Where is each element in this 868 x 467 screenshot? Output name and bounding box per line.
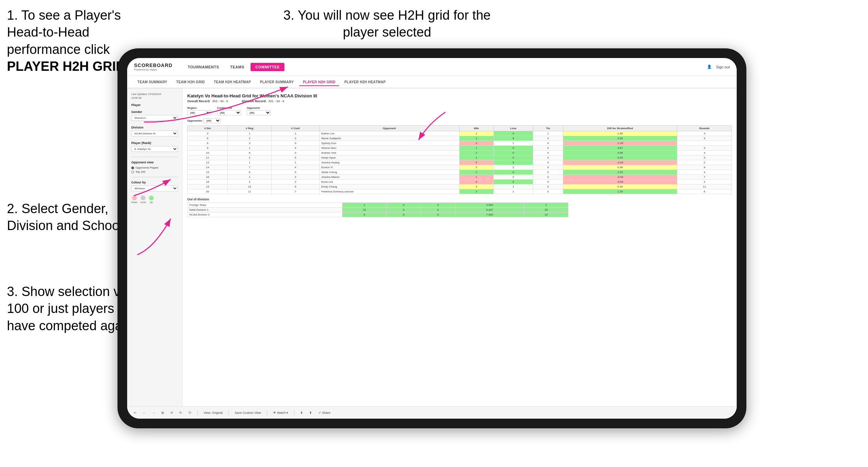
- cell-rounds: 9: [677, 165, 732, 170]
- radio-top100[interactable]: Top 100: [131, 170, 178, 173]
- cell-reg: 1: [228, 146, 272, 151]
- region-label: Region: [187, 106, 211, 109]
- instruction-step3-right: 3. You will now see H2H grid for the pla…: [283, 7, 491, 41]
- timestamp: Last Updated: 27/03/202416:55:38: [131, 93, 178, 100]
- watch-btn[interactable]: 👁 Watch ▾: [271, 410, 290, 415]
- legend: Down Level Up: [131, 196, 178, 203]
- cell-reg: 2: [228, 155, 272, 160]
- cell-diff: 4.00: [563, 151, 677, 155]
- radio-opponents-played[interactable]: Opponents Played: [131, 166, 178, 169]
- opponents-filter-select[interactable]: (All): [204, 118, 221, 123]
- sep2: [228, 410, 229, 416]
- legend-down: Down: [131, 196, 138, 203]
- cell-win: 1: [459, 131, 493, 136]
- legend-level: Level: [140, 196, 146, 203]
- cell-tie: 0: [533, 170, 563, 175]
- radio-label-top100: Top 100: [135, 170, 145, 173]
- cell-diff: -5.00: [563, 180, 677, 184]
- ood-cell-rounds: 30: [524, 208, 568, 212]
- ood-cell-diff: 7.400: [455, 212, 524, 217]
- cell-diff: 0.38: [563, 165, 677, 170]
- cell-opponent: Emily Chang: [319, 184, 459, 189]
- out-of-division-table: Foreign Team 1 0 0 4.500 2 NAIA Division…: [187, 202, 568, 217]
- col-reg: # Reg: [228, 126, 272, 131]
- sub-tab-player-h2h-heatmap[interactable]: PLAYER H2H HEATMAP: [341, 79, 389, 85]
- legend-label-level: Level: [140, 201, 146, 203]
- ood-cell-loss: 0: [386, 208, 421, 212]
- cell-tie: 0: [533, 160, 563, 165]
- cell-div: 19: [188, 184, 228, 189]
- cell-tie: 1: [533, 131, 563, 136]
- cell-div: 5: [188, 136, 228, 141]
- cell-win: 2: [459, 151, 493, 155]
- player-rank-label: Player (Rank): [131, 141, 178, 145]
- ood-cell-diff: 9.267: [455, 208, 524, 212]
- table-row: 13 1 1 Jessica Huang 0 0 0 -3.00 2: [188, 160, 732, 165]
- cell-reg: 6: [228, 151, 272, 155]
- cell-reg: 10: [228, 184, 272, 189]
- cell-win: 1: [459, 155, 493, 160]
- cell-win: 1: [459, 136, 493, 141]
- share-btn[interactable]: ↗ Share: [317, 410, 332, 415]
- cell-win: 1: [459, 175, 493, 180]
- save-custom-view-btn[interactable]: Save Custom View: [233, 410, 263, 415]
- upload-btn[interactable]: ⬆: [308, 410, 314, 415]
- gender-select[interactable]: Women's: [131, 115, 178, 121]
- cell-rounds: 11: [677, 184, 732, 189]
- tab-tournaments[interactable]: TOURNAMENTS: [183, 63, 224, 71]
- cell-conf: 3: [272, 151, 320, 155]
- cell-conf: 4: [272, 146, 320, 151]
- view-original-btn[interactable]: View: Original: [202, 410, 224, 415]
- cell-diff: 3.33: [563, 155, 677, 160]
- cell-win: 4: [459, 184, 493, 189]
- sub-tab-team-summary[interactable]: TEAM SUMMARY: [134, 79, 171, 85]
- ood-cell-opponent: NAIA Division 1: [188, 208, 342, 212]
- table-row: 15 8 5 Stella Cheng 1 0 0 1.25 4: [188, 170, 732, 175]
- tab-committee[interactable]: COMMITTEE: [251, 63, 285, 71]
- cell-opponent: Sharon Mun: [319, 146, 459, 151]
- cell-rounds: 3: [677, 155, 732, 160]
- cell-div: 15: [188, 170, 228, 175]
- cell-diff: 3.67: [563, 146, 677, 151]
- tab-teams[interactable]: TEAMS: [225, 63, 249, 71]
- cell-loss: 0: [493, 136, 533, 141]
- cell-win: 0: [459, 141, 493, 146]
- conference-select[interactable]: (All): [217, 110, 241, 115]
- opponent-select[interactable]: (All): [247, 110, 271, 115]
- logo: SCOREBOARD Powered by clippd: [134, 63, 172, 71]
- sep3: [267, 410, 267, 416]
- redo-btn[interactable]: ↻: [182, 410, 184, 415]
- cell-conf: 1: [272, 131, 320, 136]
- sub-tab-team-h2h-heatmap[interactable]: TEAM H2H HEATMAP: [210, 79, 254, 85]
- sub-tab-team-h2h-grid[interactable]: TEAM H2H GRID: [173, 79, 208, 85]
- sub-tab-player-h2h-grid[interactable]: PLAYER H2H GRID: [299, 79, 339, 86]
- radio-dot-opponents: [131, 166, 134, 169]
- cell-diff: 4.00: [563, 136, 677, 141]
- app-header: SCOREBOARD Powered by clippd TOURNAMENTS…: [127, 58, 737, 76]
- cell-loss: 0: [493, 160, 533, 165]
- opponent-label: Opponent: [247, 106, 271, 109]
- filter-section: Region (All) Conference (All) Opponent: [187, 106, 732, 115]
- cell-win: 0: [459, 180, 493, 184]
- sub-tab-player-summary[interactable]: PLAYER SUMMARY: [256, 79, 297, 85]
- legend-circle-down: [132, 196, 137, 200]
- ood-cell-diff: 4.500: [455, 203, 524, 208]
- cell-loss: 2: [493, 165, 533, 170]
- grid-title: Katelyn Vo Head-to-Head Grid for Women's…: [187, 93, 732, 98]
- cell-tie: 0: [533, 175, 563, 180]
- player-rank-select[interactable]: 8. Katelyn Vo: [131, 146, 178, 152]
- conference-label: Conference: [217, 106, 241, 109]
- table-row: 11 2 5 Heejo Hyun 1 0 0 3.33 3: [188, 155, 732, 160]
- colour-by-select[interactable]: Win/loss: [131, 185, 178, 191]
- cell-reg: 8: [228, 170, 272, 175]
- sign-out-link[interactable]: Sign out: [716, 65, 730, 69]
- col-div: # Div: [188, 126, 228, 131]
- download-btn[interactable]: ⬇: [299, 410, 305, 415]
- cell-conf: 5: [272, 170, 320, 175]
- ood-cell-opponent: Foreign Team: [188, 203, 342, 208]
- timer-btn[interactable]: ⏱: [187, 410, 193, 415]
- division-select[interactable]: NCAA Division III: [131, 131, 178, 136]
- cell-rounds: 7: [677, 175, 732, 180]
- region-select[interactable]: (All): [187, 110, 211, 115]
- table-row: 19 10 6 Emily Chang 4 1 0 0.30 11: [188, 184, 732, 189]
